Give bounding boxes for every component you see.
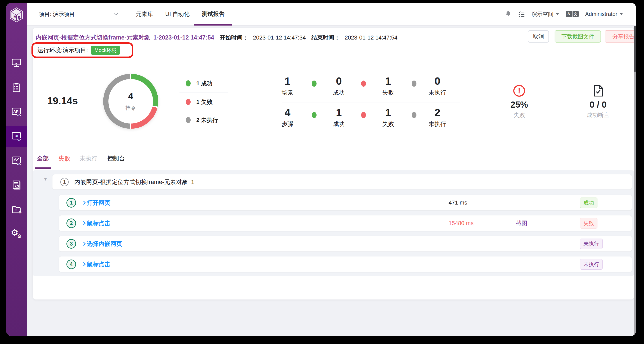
- svg-text:UI: UI: [15, 134, 18, 138]
- result-filter-tabs: 全部 失败 未执行 控制台: [37, 155, 125, 169]
- lang-a-icon: A: [566, 11, 572, 17]
- fail-rate-label: 失败: [497, 111, 541, 119]
- project-selector[interactable]: 项目: 演示项目: [39, 10, 118, 18]
- step-index: 3: [66, 239, 76, 249]
- sidebar-item-system-settings[interactable]: ⚙⚙: [6, 223, 27, 244]
- step-name-link[interactable]: 选择内嵌网页: [87, 240, 122, 248]
- sidebar-item-report-statistics[interactable]: [6, 174, 27, 195]
- share-report-button[interactable]: 分享报告: [605, 30, 636, 43]
- assertions-value: 0 / 0: [576, 100, 620, 110]
- group-title: 内嵌网页-根据定位方式切换frame-元素对象_1: [74, 178, 194, 186]
- step-fail: 1失败: [373, 107, 403, 128]
- user-menu[interactable]: Administrator: [585, 11, 623, 17]
- app-window: M S: [6, 2, 636, 336]
- step-name-link[interactable]: 鼠标点击: [87, 219, 110, 227]
- collapse-caret-icon[interactable]: ▾: [44, 176, 47, 181]
- document-check-icon: [592, 84, 604, 97]
- command-donut-chart: 4 指令: [103, 74, 158, 129]
- svg-text:API: API: [13, 110, 20, 114]
- donut-center: 4 指令: [108, 79, 153, 124]
- sidebar-item-performance-test[interactable]: </>: [6, 150, 27, 171]
- step-row[interactable]: 4 鼠标点击 未执行: [59, 256, 632, 272]
- screenshot-link[interactable]: 截图: [516, 219, 527, 227]
- download-screenshot-button[interactable]: 下载截图文件: [554, 30, 601, 43]
- gears-icon: ⚙⚙: [11, 228, 22, 240]
- tab-label: UI 自动化: [165, 10, 190, 18]
- step-row[interactable]: 3 选择内嵌网页 未执行: [59, 236, 632, 251]
- step-row[interactable]: 1 打开网页 471 ms 成功: [59, 195, 632, 210]
- caret-down-icon: [556, 13, 559, 15]
- legend-divider: [180, 111, 228, 111]
- sidebar-item-project-settings[interactable]: ⚙: [6, 199, 27, 220]
- sidebar-item-ui-test[interactable]: UI </>: [6, 126, 27, 147]
- chevron-right-icon: [82, 221, 86, 225]
- status-badge: 成功: [580, 197, 598, 208]
- report-pie-icon: [11, 180, 22, 190]
- svg-text:⚙: ⚙: [18, 210, 22, 214]
- sidebar-item-workbench[interactable]: [6, 52, 27, 73]
- step-total: 4步骤: [272, 107, 303, 128]
- sidebar-item-test-tracking[interactable]: [6, 77, 27, 98]
- fail-dot: [361, 81, 366, 87]
- scrollbar-thumb[interactable]: [634, 26, 636, 72]
- sidebar-item-api-test[interactable]: API </>: [6, 101, 27, 122]
- step-row[interactable]: 2 鼠标点击 15480 ms 截图 失败: [59, 215, 632, 231]
- success-dot: [312, 112, 316, 118]
- logo-letter-m: M: [14, 15, 17, 19]
- tab-label: 元素库: [136, 10, 153, 18]
- pending-dot: [186, 117, 190, 123]
- content-area: 内嵌网页-根据定位方式切换frame-元素对象_1-2023-01-12 14:…: [27, 26, 636, 336]
- svg-text:</>: </>: [16, 114, 21, 117]
- donut-label: 指令: [126, 105, 136, 112]
- summary-stats: 19.14s 4 指令 1 成功 1 失败: [33, 73, 634, 132]
- report-title-row: 内嵌网页-根据定位方式切换frame-元素对象_1-2023-01-12 14:…: [36, 34, 398, 41]
- scenario-success: 0成功: [324, 76, 354, 96]
- tab-label: 测试报告: [202, 10, 224, 18]
- scenario-group-row[interactable]: 1 内嵌网页-根据定位方式切换frame-元素对象_1: [52, 174, 632, 189]
- tab-element-library[interactable]: 元素库: [130, 2, 159, 25]
- legend-fail: 1 失败: [186, 97, 212, 107]
- legend-divider: [180, 93, 228, 93]
- vertical-scrollbar[interactable]: [634, 26, 636, 336]
- ms-cube-icon: M S: [9, 7, 24, 22]
- metersphere-logo[interactable]: M S: [9, 2, 24, 24]
- bell-icon[interactable]: [505, 10, 512, 17]
- language-toggle[interactable]: A 文: [566, 11, 579, 17]
- step-duration: 471 ms: [448, 199, 467, 206]
- report-card: 内嵌网页-根据定位方式切换frame-元素对象_1-2023-01-12 14:…: [33, 28, 634, 300]
- topbar: 项目: 演示项目 元素库 UI 自动化 测试报告: [27, 2, 636, 26]
- chevron-down-icon: [114, 11, 118, 15]
- total-duration: 19.14s: [41, 95, 84, 107]
- chevron-right-icon: [82, 262, 86, 266]
- workspace-selector[interactable]: 演示空间: [532, 10, 559, 18]
- fail-dot: [186, 99, 190, 105]
- step-name-link[interactable]: 鼠标点击: [87, 260, 110, 268]
- legend-pending: 2 未执行: [186, 116, 218, 125]
- end-time-label: 结束时间：: [312, 34, 340, 41]
- filter-tab-all[interactable]: 全部: [37, 155, 49, 169]
- filter-tab-console[interactable]: 控制台: [107, 155, 125, 169]
- stats-vertical-divider: [468, 76, 468, 128]
- chevron-right-icon: [82, 201, 86, 204]
- topbar-right: 演示空间 A 文 Administrator: [505, 10, 623, 18]
- scenario-total: 1场景: [272, 76, 303, 96]
- stats-row-divider: [282, 103, 460, 103]
- status-badge: 未执行: [580, 259, 603, 270]
- tab-test-report[interactable]: 测试报告: [196, 2, 230, 25]
- svg-text:</>: </>: [16, 138, 21, 142]
- scenario-fail: 1失败: [373, 76, 403, 96]
- filter-tab-pending[interactable]: 未执行: [80, 155, 98, 169]
- error-circle-icon: !: [513, 85, 525, 97]
- cancel-button[interactable]: 取消: [528, 30, 549, 43]
- env-annotation-red-box: 运行环境:演示项目: Mock环境: [32, 42, 133, 58]
- lang-cn-icon: 文: [572, 11, 579, 17]
- tab-ui-automation[interactable]: UI 自动化: [159, 2, 196, 25]
- filter-tab-fail[interactable]: 失败: [58, 155, 70, 169]
- step-index: 1: [66, 198, 76, 208]
- step-name-link[interactable]: 打开网页: [87, 199, 110, 207]
- task-list-icon[interactable]: [518, 10, 525, 17]
- logo-letter-s: S: [18, 15, 20, 20]
- perf-chart-icon: </>: [11, 156, 22, 166]
- monitor-icon: [11, 58, 22, 68]
- assertions-kpi: 0 / 0 成功断言: [576, 84, 620, 119]
